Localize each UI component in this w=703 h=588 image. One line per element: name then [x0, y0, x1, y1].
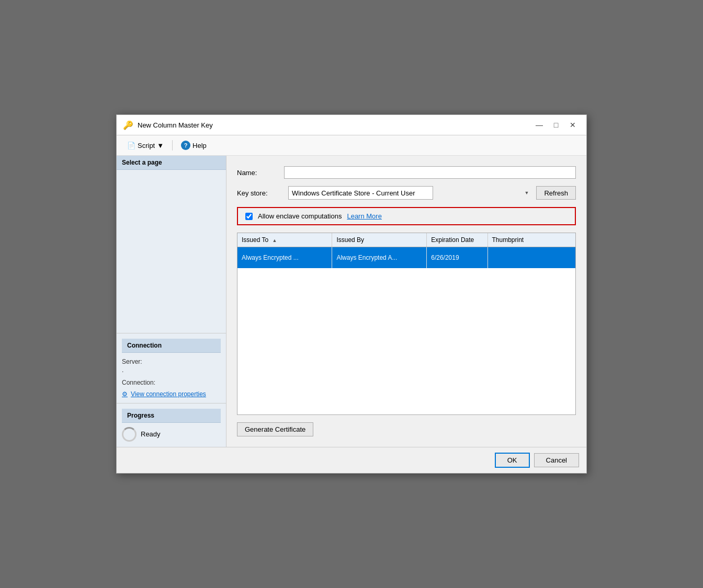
- server-label: Server:: [122, 358, 221, 365]
- title-bar: 🔑 New Column Master Key — □ ✕: [117, 115, 586, 135]
- select-page-header: Select a page: [117, 156, 226, 170]
- keystore-label: Key store:: [237, 189, 284, 197]
- cell-expiration-date: 6/26/2019: [427, 247, 487, 268]
- certificate-table-body: Always Encrypted ... Always Encrypted A.…: [237, 247, 575, 414]
- keystore-select-wrapper: Windows Certificate Store - Current User…: [288, 186, 532, 200]
- allow-enclave-label: Allow enclave computations: [258, 212, 342, 220]
- content-area: Select a page Connection Server: . Conne…: [117, 156, 586, 447]
- progress-status: Ready: [141, 430, 161, 438]
- name-label: Name:: [237, 169, 284, 177]
- col-header-issued-by[interactable]: Issued By: [332, 233, 427, 247]
- spinner-icon: [122, 427, 137, 442]
- cell-thumbprint: [487, 247, 575, 268]
- script-icon: 📄: [127, 142, 135, 149]
- dialog-window: 🔑 New Column Master Key — □ ✕ 📄 Script ▼…: [116, 114, 587, 474]
- toolbar: 📄 Script ▼ ? Help: [117, 135, 586, 156]
- col-header-thumbprint[interactable]: Thumbprint: [487, 233, 575, 247]
- help-label: Help: [192, 142, 207, 149]
- table-row[interactable]: Always Encrypted ... Always Encrypted A.…: [237, 247, 575, 268]
- server-value: .: [122, 366, 221, 374]
- name-row: Name:: [237, 166, 576, 179]
- cell-issued-by: Always Encrypted A...: [332, 247, 427, 268]
- script-label: Script: [138, 142, 155, 149]
- title-bar-buttons: — □ ✕: [532, 119, 580, 131]
- minimize-button[interactable]: —: [532, 119, 547, 131]
- col-header-issued-to[interactable]: Issued To ▲: [237, 233, 332, 247]
- sidebar: Select a page Connection Server: . Conne…: [117, 156, 226, 447]
- title-bar-left: 🔑 New Column Master Key: [123, 120, 213, 130]
- help-icon: ?: [181, 141, 190, 150]
- keystore-row: Key store: Windows Certificate Store - C…: [237, 186, 576, 200]
- generate-certificate-button[interactable]: Generate Certificate: [237, 422, 313, 436]
- ok-button[interactable]: OK: [495, 453, 530, 468]
- script-dropdown-icon: ▼: [157, 142, 164, 149]
- window-title: New Column Master Key: [138, 121, 213, 129]
- learn-more-link[interactable]: Learn More: [347, 212, 381, 220]
- connection-label: Connection:: [122, 379, 221, 386]
- connection-header: Connection: [122, 339, 221, 353]
- allow-enclave-checkbox[interactable]: [245, 213, 253, 220]
- main-panel: Name: Key store: Windows Certificate Sto…: [226, 156, 586, 447]
- certificate-table: Issued To ▲ Issued By Expiration Date Th…: [237, 233, 575, 414]
- cell-issued-to: Always Encrypted ...: [237, 247, 332, 268]
- enclave-computations-box: Allow enclave computations Learn More: [237, 207, 576, 225]
- cancel-button[interactable]: Cancel: [534, 453, 579, 467]
- help-button[interactable]: ? Help: [177, 139, 211, 152]
- keystore-select[interactable]: Windows Certificate Store - Current User…: [288, 186, 433, 200]
- dialog-footer: OK Cancel: [117, 447, 586, 473]
- progress-section: Progress Ready: [117, 403, 226, 447]
- col-header-expiration-date[interactable]: Expiration Date: [427, 233, 487, 247]
- name-input[interactable]: [284, 166, 576, 179]
- table-header-row: Issued To ▲ Issued By Expiration Date Th…: [237, 233, 575, 247]
- sort-arrow-issued-to: ▲: [273, 238, 277, 243]
- close-button[interactable]: ✕: [565, 119, 580, 131]
- view-connection-properties-link[interactable]: ⚙ View connection properties: [122, 390, 221, 398]
- sidebar-bottom: Connection Server: . Connection: ⚙ View …: [117, 333, 226, 447]
- connections-icon: ⚙: [122, 390, 128, 398]
- maximize-button[interactable]: □: [549, 119, 563, 131]
- progress-status-row: Ready: [122, 427, 221, 442]
- progress-header: Progress: [122, 409, 221, 423]
- view-connection-label: View connection properties: [131, 390, 206, 398]
- refresh-button[interactable]: Refresh: [536, 186, 576, 200]
- toolbar-separator: [172, 140, 173, 151]
- connection-section: Connection Server: . Connection: ⚙ View …: [117, 333, 226, 403]
- certificate-table-container: Issued To ▲ Issued By Expiration Date Th…: [237, 233, 576, 415]
- window-icon: 🔑: [123, 120, 133, 130]
- sidebar-pages: [117, 170, 226, 333]
- script-button[interactable]: 📄 Script ▼: [123, 140, 168, 152]
